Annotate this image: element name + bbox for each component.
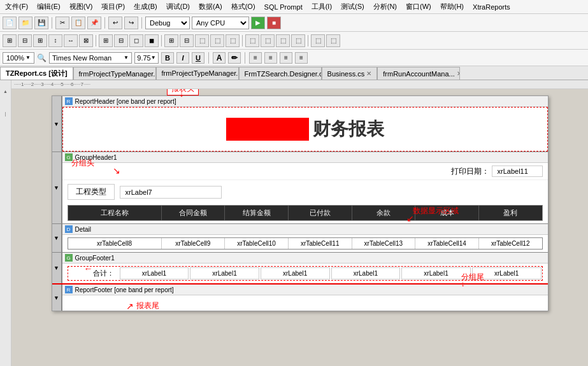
toolbar2-btn2[interactable]: ⊟ xyxy=(18,34,32,47)
canvas-area[interactable]: 报表头 ↓ ▼ R ReportHeader [one band per rep… xyxy=(11,89,588,366)
menu-window[interactable]: 窗口(W) xyxy=(403,1,434,12)
italic-button[interactable]: I xyxy=(176,52,189,64)
footer-cell-1[interactable]: xrLabel1 xyxy=(190,267,259,279)
group-header-expand[interactable]: ▼ xyxy=(52,152,62,223)
th-engineering-name: 工程名称 xyxy=(68,206,162,220)
redo-button[interactable]: ↪ xyxy=(124,17,138,29)
footer-cell-0[interactable]: xrLabel1 xyxy=(120,267,189,279)
copy-button[interactable]: 📋 xyxy=(71,17,85,29)
paste-button[interactable]: 📌 xyxy=(87,17,101,29)
toolbar2-btn13[interactable]: ⬚ xyxy=(195,34,209,47)
detail-expand[interactable]: ▼ xyxy=(52,224,62,252)
underline-button[interactable]: U xyxy=(192,52,204,64)
menu-data[interactable]: 数据(A) xyxy=(196,1,225,12)
footer-cell-2[interactable]: xrLabel1 xyxy=(261,267,330,279)
toolbar2-btn5[interactable]: ↔ xyxy=(64,34,78,47)
tab-tzreport-design[interactable]: TZReport.cs [设计] xyxy=(0,67,73,80)
toolbar2-btn1[interactable]: ⊞ xyxy=(3,34,17,47)
toolbar2-btn4[interactable]: ↕ xyxy=(48,34,62,47)
open-button[interactable]: 📁 xyxy=(18,17,32,29)
group-header-band: ▼ G GroupHeader1 打印日期： xrLabel11 xyxy=(52,151,548,223)
toolbar2-btn15[interactable]: ⬚ xyxy=(226,34,240,47)
report-page: 报表头 ↓ ▼ R ReportHeader [one band per rep… xyxy=(52,95,549,311)
detail-cell-0[interactable]: xrTableCell8 xyxy=(68,238,162,249)
toolbar2-btn21[interactable]: ⬚ xyxy=(326,34,340,47)
menu-test[interactable]: 测试(S) xyxy=(338,1,367,12)
menu-analyze[interactable]: 分析(N) xyxy=(371,1,399,12)
align-center-button[interactable]: ≡ xyxy=(264,52,277,64)
toolbar2-btn19[interactable]: ⬚ xyxy=(291,34,305,47)
tab-close-5[interactable]: ✕ xyxy=(457,70,461,77)
zoom-dropdown-icon[interactable]: ▼ xyxy=(25,55,31,60)
menu-build[interactable]: 生成(B) xyxy=(131,1,160,12)
font-name-box[interactable]: Times New Roman ▼ xyxy=(49,52,132,64)
band-expand-icon[interactable]: ▼ xyxy=(52,96,62,151)
toolbar2-btn3[interactable]: ⊞ xyxy=(33,34,47,47)
detail-cell-6[interactable]: xrTableCell12 xyxy=(479,238,542,249)
th-settlement-amount: 结算金额 xyxy=(225,206,289,220)
table-header-row: 工程名称 合同金额 结算金额 已付款 余款 成本 盈利 xyxy=(68,205,543,221)
tab-frmprojecttype[interactable]: frmProjectTypeManager.cs ✕ xyxy=(73,67,156,80)
toolbar2-btn7[interactable]: ⊞ xyxy=(99,34,113,47)
detail-cell-1[interactable]: xrTableCell9 xyxy=(162,238,226,249)
menu-xtrareports[interactable]: XtraReports xyxy=(470,3,513,11)
menu-edit[interactable]: 编辑(E) xyxy=(34,1,63,12)
zoom-box[interactable]: 100% ▼ xyxy=(3,52,34,64)
menu-tools[interactable]: 工具(I) xyxy=(309,1,334,12)
align-right-button[interactable]: ≡ xyxy=(280,52,292,64)
footer-cell-3[interactable]: xrLabel1 xyxy=(331,267,401,279)
toolbar2-btn12[interactable]: ⊟ xyxy=(180,34,194,47)
toolbar2-btn9[interactable]: ◻ xyxy=(129,34,143,47)
menu-file[interactable]: 文件(F) xyxy=(3,1,31,12)
stop-button[interactable]: ■ xyxy=(267,17,281,29)
footer-sum-label: 合计： xyxy=(68,267,119,280)
detail-cell-5[interactable]: xrTableCell14 xyxy=(415,238,479,249)
detail-cell-3[interactable]: xrTableCell11 xyxy=(289,238,352,249)
font-name-dropdown-icon[interactable]: ▼ xyxy=(124,55,129,60)
toolbar2-btn11[interactable]: ⊞ xyxy=(164,34,178,47)
font-size-box[interactable]: 9.75 ▼ xyxy=(134,52,159,64)
detail-cell-4[interactable]: xrTableCell13 xyxy=(352,238,416,249)
font-color-button[interactable]: A xyxy=(213,52,226,64)
save-button[interactable]: 💾 xyxy=(34,17,48,29)
font-size-dropdown-icon[interactable]: ▼ xyxy=(151,55,156,60)
tab-frmrunaccount[interactable]: frmRunAccountMana... ✕ xyxy=(377,67,460,80)
toolbar2-btn6[interactable]: ⊠ xyxy=(79,34,93,47)
debug-select[interactable]: Debug xyxy=(145,17,190,29)
tab-business[interactable]: Business.cs ✕ xyxy=(322,67,378,80)
detail-cell-2[interactable]: xrTableCell10 xyxy=(225,238,289,249)
toolbar2-btn10[interactable]: ◼ xyxy=(145,34,159,47)
menu-format[interactable]: 格式(O) xyxy=(229,1,258,12)
menu-sqlprompt[interactable]: SQL Prompt xyxy=(262,3,305,11)
undo-button[interactable]: ↩ xyxy=(108,17,122,29)
toolbar2-btn20[interactable]: ⬚ xyxy=(311,34,325,47)
group-header-arrow: ↘ xyxy=(113,165,120,176)
ruler-top: ·····1·····2·····3·····4·····5·····6····… xyxy=(11,80,588,89)
group-footer-expand[interactable]: ▼ xyxy=(52,253,62,283)
tab-close-4[interactable]: ✕ xyxy=(366,70,371,77)
new-button[interactable]: 📄 xyxy=(3,17,17,29)
menu-project[interactable]: 项目(P) xyxy=(99,1,127,12)
tab-frmprojecttype-design[interactable]: frmProjectTypeManager.cs [设计] ✕ xyxy=(156,67,239,80)
tab-frmtzsearch[interactable]: FrmTZSearch.Designer.cs ✕ xyxy=(239,67,322,80)
toolbar2-btn16[interactable]: ⬚ xyxy=(245,34,259,47)
cpu-select[interactable]: Any CPU xyxy=(192,17,249,29)
report-footer-content: R ReportFooter [one band per report] ↗ 报… xyxy=(62,285,548,311)
report-footer-expand[interactable]: ▼ xyxy=(52,285,62,311)
align-left-button[interactable]: ≡ xyxy=(249,52,262,64)
menu-view[interactable]: 视图(V) xyxy=(67,1,96,12)
cut-button[interactable]: ✂ xyxy=(55,17,69,29)
menu-help[interactable]: 帮助(H) xyxy=(438,1,466,12)
xr-label11[interactable]: xrLabel11 xyxy=(492,165,543,177)
menu-debug[interactable]: 调试(D) xyxy=(164,1,192,12)
group-footer-label: GroupFooter1 xyxy=(75,255,115,262)
toolbar2-btn8[interactable]: ⊟ xyxy=(114,34,128,47)
xr-label7[interactable]: xrLabel7 xyxy=(120,186,222,199)
align-justify-button[interactable]: ≡ xyxy=(295,52,308,64)
toolbar2-btn17[interactable]: ⬚ xyxy=(261,34,275,47)
toolbar2-btn18[interactable]: ⬚ xyxy=(276,34,290,47)
highlight-button[interactable]: ✏ xyxy=(228,52,241,64)
toolbar2-btn14[interactable]: ⬚ xyxy=(210,34,224,47)
bold-button[interactable]: B xyxy=(161,52,174,64)
run-button[interactable]: ▶ xyxy=(251,17,265,29)
